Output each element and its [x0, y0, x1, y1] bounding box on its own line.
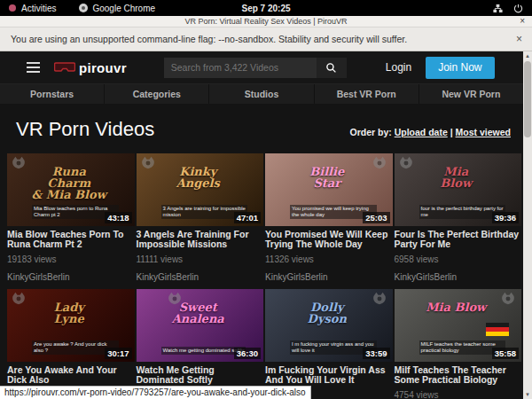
warning-text: You are using an unsupported command-lin… — [11, 34, 407, 44]
duration-badge: 30:17 — [105, 348, 131, 359]
video-title-link[interactable]: Watch Me Getting Dominated Softly — [137, 365, 264, 385]
thumbnail-overlay-title: Runa Charm & Mia Blow — [7, 166, 131, 200]
duration-badge: 47:01 — [234, 212, 261, 223]
thumbnail-overlay-title: Dolly Dyson — [265, 301, 389, 325]
video-grid: Runa Charm & Mia BlowMia Blow teaches po… — [0, 152, 523, 399]
menu-item-categories[interactable]: Categories — [105, 84, 209, 104]
video-card[interactable]: Dolly DysonI m fucking your virgin ass a… — [265, 289, 393, 399]
system-top-bar: Activities Google Chrome Sep 7 20:25 — [0, 0, 532, 16]
vr-goggles-icon — [54, 62, 75, 74]
status-bar-url: https://pirouvr.com/vr-porn-video/779325… — [0, 386, 311, 399]
search-icon — [325, 62, 337, 74]
thumbnail-overlay-title: Kinky Angels — [137, 166, 261, 189]
studio-link[interactable]: KinkyGirlsBerlin — [137, 272, 264, 282]
view-count: 11326 views — [265, 254, 393, 264]
site-logo[interactable]: pirouvr — [54, 60, 127, 75]
order-by-label: Order by: — [349, 127, 391, 137]
video-thumbnail[interactable]: Kinky Angels3 Angels are training for im… — [137, 153, 264, 226]
video-thumbnail[interactable]: Runa Charm & Mia BlowMia Blow teaches po… — [7, 153, 135, 226]
video-thumbnail[interactable]: Billie StarYou promised we will keep try… — [265, 153, 393, 226]
video-thumbnail[interactable]: Lady LyneAre you awake ? And your dick a… — [7, 289, 135, 362]
vertical-scrollbar[interactable]: ▲ ▼ — [523, 51, 532, 399]
browser-viewport: pirouvr Login Join Now Pornstars Categor… — [0, 51, 532, 399]
system-clock[interactable]: Sep 7 20:25 — [0, 4, 532, 13]
video-thumbnail[interactable]: Dolly DysonI m fucking your virgin ass a… — [265, 289, 393, 362]
view-count: 6958 views — [395, 254, 522, 264]
menu-item-best[interactable]: Best VR Porn — [315, 84, 419, 104]
site-navbar: pirouvr Login Join Now — [0, 51, 523, 83]
order-upload-date-link[interactable]: Upload date — [395, 127, 448, 137]
studio-link[interactable]: KinkyGirlsBerlin — [395, 272, 522, 282]
site-logo-text: pirouvr — [79, 60, 127, 75]
view-count: 11111 views — [137, 254, 264, 264]
video-card[interactable]: Lady LyneAre you awake ? And your dick a… — [7, 289, 135, 399]
video-title-link[interactable]: You Promised We Will Keep Trying The Who… — [265, 230, 393, 249]
order-separator: | — [450, 127, 453, 137]
studio-link[interactable]: KinkyGirlsBerlin — [265, 272, 393, 282]
duration-badge: 33:59 — [363, 348, 389, 359]
video-title-link[interactable]: Im Fucking Your Virgin Ass And You Will … — [265, 365, 393, 385]
video-card[interactable]: Kinky Angels3 Angels are training for im… — [137, 153, 264, 282]
video-title-link[interactable]: 3 Angels Are Training For Impossible Mis… — [137, 230, 264, 249]
chrome-warning-bar: You are using an unsupported command-lin… — [0, 27, 532, 51]
search-button[interactable] — [317, 58, 347, 78]
video-thumbnail[interactable]: Sweet AnalenaWatch me getting dominated … — [137, 289, 264, 362]
login-link[interactable]: Login — [386, 61, 411, 74]
video-thumbnail[interactable]: Mia Blowfour is the perfect birthday par… — [395, 153, 522, 226]
duration-badge: 25:03 — [363, 212, 389, 223]
thumbnail-overlay-title: Lady Lyne — [7, 301, 131, 325]
video-card[interactable]: Mia BlowMILF teaches the teacher some pr… — [395, 289, 522, 399]
page-tab-title: VR Porn: Virtual Reality Sex Videos | Pi… — [184, 17, 347, 26]
video-card[interactable]: Runa Charm & Mia BlowMia Blow teaches po… — [7, 153, 135, 282]
video-title-link[interactable]: Are You Awake And Your Dick Also — [7, 365, 135, 385]
studio-link[interactable]: KinkyGirlsBerlin — [7, 272, 135, 282]
view-count: 19183 views — [7, 254, 135, 264]
warning-close-icon[interactable]: × — [516, 33, 522, 45]
order-by-controls: Order by: Upload date | Most viewed — [349, 127, 511, 137]
power-icon[interactable] — [513, 4, 523, 13]
scroll-up-icon[interactable]: ▲ — [525, 51, 530, 60]
video-title-link[interactable]: Milf Teaches The Teacher Some Practical … — [395, 365, 522, 385]
duration-badge: 36:30 — [234, 348, 261, 359]
duration-badge: 39:36 — [492, 212, 519, 223]
thumbnail-overlay-title: Mia Blow — [395, 166, 519, 189]
thumbnail-overlay-title: Sweet Analena — [137, 301, 261, 325]
thumbnail-overlay-title: Mia Blow — [395, 301, 519, 313]
window-close-icon[interactable]: × — [520, 16, 525, 26]
menu-item-studios[interactable]: Studios — [209, 84, 314, 104]
network-icon[interactable] — [493, 4, 503, 13]
join-now-button[interactable]: Join Now — [426, 57, 494, 79]
thumbnail-overlay-title: Billie Star — [265, 166, 389, 189]
video-card[interactable]: Sweet AnalenaWatch me getting dominated … — [137, 289, 264, 399]
menu-item-pornstars[interactable]: Pornstars — [0, 84, 105, 104]
menu-item-new[interactable]: New VR Porn — [419, 84, 523, 104]
category-menu-bar: Pornstars Categories Studios Best VR Por… — [0, 83, 523, 104]
hamburger-menu-icon[interactable] — [27, 62, 40, 73]
page-header: VR Porn Videos Order by: Upload date | M… — [0, 104, 523, 152]
order-most-viewed-link[interactable]: Most viewed — [456, 127, 511, 137]
video-card[interactable]: Mia Blowfour is the perfect birthday par… — [395, 153, 522, 282]
video-card[interactable]: Billie StarYou promised we will keep try… — [265, 153, 393, 282]
duration-badge: 35:58 — [492, 348, 519, 359]
search-input[interactable] — [164, 58, 317, 78]
view-count: 4754 views — [395, 390, 522, 399]
video-title-link[interactable]: Mia Blow Teaches Porn To Runa Charm Pt 2 — [7, 230, 135, 249]
german-flag-icon — [486, 323, 509, 336]
duration-badge: 43:18 — [105, 212, 131, 223]
scroll-down-icon[interactable]: ▼ — [525, 390, 530, 399]
video-thumbnail[interactable]: Mia BlowMILF teaches the teacher some pr… — [395, 289, 522, 362]
scrollbar-thumb[interactable] — [524, 61, 531, 137]
browser-title-bar: VR Porn: Virtual Reality Sex Videos | Pi… — [0, 16, 532, 27]
video-title-link[interactable]: Four Is The Perfect Birthday Party For M… — [395, 230, 522, 249]
